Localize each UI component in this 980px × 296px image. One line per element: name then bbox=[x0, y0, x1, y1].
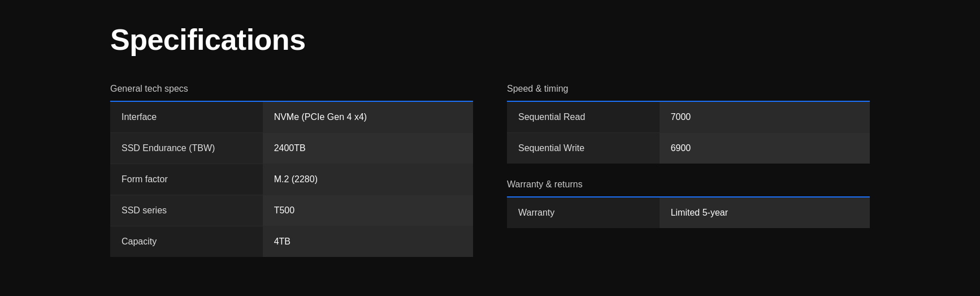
spec-label: Warranty bbox=[507, 198, 660, 228]
left-section-heading: General tech specs bbox=[110, 84, 473, 94]
right-specs-table: Warranty Limited 5-year bbox=[507, 198, 870, 228]
page-title: Specifications bbox=[110, 23, 870, 57]
spec-value: Limited 5-year bbox=[660, 198, 870, 228]
spec-value: 2400TB bbox=[263, 133, 473, 164]
table-row: Warranty Limited 5-year bbox=[507, 198, 870, 228]
table-row: Sequential Read 7000 bbox=[507, 102, 870, 133]
right-section-0: Speed & timing Sequential Read 7000 Sequ… bbox=[507, 84, 870, 164]
section-heading: Warranty & returns bbox=[507, 179, 870, 190]
spec-value: 4TB bbox=[263, 226, 473, 258]
spec-label: Sequential Read bbox=[507, 102, 660, 133]
specs-container: General tech specs Interface NVMe (PCIe … bbox=[110, 84, 870, 257]
table-row: Capacity 4TB bbox=[110, 226, 473, 258]
spec-value: T500 bbox=[263, 195, 473, 226]
section-heading: Speed & timing bbox=[507, 84, 870, 94]
spec-value: 6900 bbox=[660, 133, 870, 164]
table-row: Form factor M.2 (2280) bbox=[110, 164, 473, 195]
table-row: SSD series T500 bbox=[110, 195, 473, 226]
spec-label: SSD Endurance (TBW) bbox=[110, 133, 263, 164]
spec-value: 7000 bbox=[660, 102, 870, 133]
spec-label: Capacity bbox=[110, 226, 263, 258]
spec-label: Form factor bbox=[110, 164, 263, 195]
spec-label: Interface bbox=[110, 102, 263, 133]
table-row: Interface NVMe (PCIe Gen 4 x4) bbox=[110, 102, 473, 133]
spec-label: Sequential Write bbox=[507, 133, 660, 164]
spec-label: SSD series bbox=[110, 195, 263, 226]
table-row: Sequential Write 6900 bbox=[507, 133, 870, 164]
spec-value: NVMe (PCIe Gen 4 x4) bbox=[263, 102, 473, 133]
right-section-1: Warranty & returns Warranty Limited 5-ye… bbox=[507, 179, 870, 228]
table-row: SSD Endurance (TBW) 2400TB bbox=[110, 133, 473, 164]
left-section: General tech specs Interface NVMe (PCIe … bbox=[110, 84, 473, 257]
right-specs-table: Sequential Read 7000 Sequential Write 69… bbox=[507, 102, 870, 164]
left-specs-table: Interface NVMe (PCIe Gen 4 x4) SSD Endur… bbox=[110, 102, 473, 257]
spec-value: M.2 (2280) bbox=[263, 164, 473, 195]
right-section: Speed & timing Sequential Read 7000 Sequ… bbox=[507, 84, 870, 257]
